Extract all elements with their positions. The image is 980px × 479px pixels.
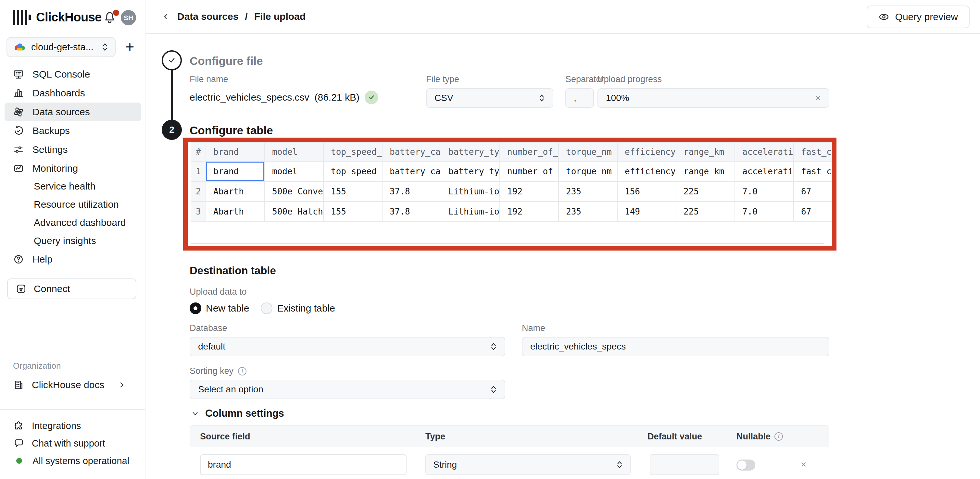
service-selector[interactable]: cloud-get-sta...	[6, 37, 116, 57]
table-cell[interactable]: 225	[676, 202, 735, 222]
select-chevrons-icon	[490, 385, 497, 394]
chevron-right-icon	[118, 381, 126, 389]
select-chevrons-icon	[616, 460, 623, 469]
table-cell[interactable]: 37.8	[382, 202, 441, 222]
sidebar-subnav: Service health Resource utilization Adva…	[0, 177, 145, 250]
table-cell[interactable]: battery_ty…	[441, 162, 500, 182]
sorting-key-label: Sorting key	[189, 366, 234, 376]
table-cell[interactable]: 7.0	[735, 182, 794, 202]
type-select[interactable]: String	[425, 454, 631, 475]
table-cell[interactable]: 192	[500, 182, 559, 202]
column-settings-toggle[interactable]: Column settings	[191, 408, 284, 419]
column-settings-header: Source field Type Default value Nullable…	[190, 426, 829, 447]
sidebar-item-sql-console[interactable]: SQL Console	[5, 65, 141, 84]
table-cell[interactable]: Lithium-ion	[441, 202, 500, 222]
sidebar-item-backups[interactable]: Backups	[5, 121, 141, 140]
table-cell[interactable]: Abarth	[206, 202, 265, 222]
table-cell[interactable]: accelerati…	[735, 162, 794, 182]
nullable-info-icon[interactable]: i	[775, 432, 783, 441]
table-cell[interactable]: 155	[324, 202, 382, 222]
query-preview-button[interactable]: Query preview	[867, 6, 970, 28]
file-type-select[interactable]: CSV	[426, 88, 553, 108]
status-label: All systems operational	[32, 456, 129, 466]
horizontal-scrollbar[interactable]	[191, 243, 824, 244]
sorting-key-info-icon[interactable]: i	[238, 367, 247, 376]
table-cell[interactable]: top_speed_…	[324, 162, 382, 182]
sidebar-item-label: Advanced dashboard	[34, 217, 126, 228]
existing-table-radio[interactable]	[261, 303, 272, 314]
table-cell[interactable]: Abarth	[206, 182, 265, 202]
default-value-input[interactable]	[650, 454, 719, 475]
system-status[interactable]: All systems operational	[0, 452, 145, 469]
database-select[interactable]: default	[189, 337, 505, 356]
sidebar-item-clickhouse-docs[interactable]: ClickHouse docs	[0, 376, 145, 394]
table-cell[interactable]: battery_ca…	[382, 162, 441, 182]
table-cell[interactable]: 235	[559, 202, 617, 222]
preview-table-header: #brandmodeltop_speed_…battery_ca…battery…	[191, 142, 832, 162]
upload-progress-field[interactable]: 100% ×	[598, 88, 829, 108]
sidebar-item-dashboards[interactable]: Dashboards	[5, 84, 141, 103]
sidebar-item-query-insights[interactable]: Query insights	[0, 232, 145, 250]
table-cell[interactable]: 67	[794, 182, 832, 202]
sidebar-item-resource-utilization[interactable]: Resource utilization	[0, 195, 145, 214]
app-title: ClickHouse	[36, 10, 102, 24]
table-cell[interactable]: 155	[324, 182, 382, 202]
step-1-indicator	[162, 50, 182, 70]
sidebar-item-help[interactable]: Help	[5, 250, 141, 269]
table-cell[interactable]: torque_nm	[559, 162, 617, 182]
table-cell[interactable]: 156	[617, 182, 676, 202]
clickhouse-logo-icon	[13, 10, 31, 25]
sidebar-item-integrations[interactable]: Integrations	[0, 417, 145, 435]
table-cell[interactable]: range_km	[676, 162, 735, 182]
notifications-bell-icon[interactable]	[103, 11, 118, 25]
connect-label: Connect	[34, 283, 70, 294]
table-cell[interactable]: 225	[676, 182, 735, 202]
table-name-input[interactable]: electric_vehicles_specs	[522, 337, 829, 356]
integrations-puzzle-icon	[14, 420, 24, 431]
new-table-radio[interactable]	[189, 303, 201, 314]
data-sources-icon	[13, 106, 24, 117]
back-chevron-icon[interactable]: ‹	[164, 9, 168, 23]
remove-column-icon[interactable]: ×	[801, 459, 807, 470]
column-header: efficiency…	[617, 142, 676, 162]
table-cell[interactable]: 37.8	[382, 182, 441, 202]
add-service-button[interactable]: +	[121, 38, 138, 55]
sidebar-item-service-health[interactable]: Service health	[0, 177, 145, 195]
table-cell[interactable]: 235	[559, 182, 617, 202]
sidebar-item-label: Monitoring	[32, 163, 78, 174]
table-cell[interactable]: 192	[500, 202, 559, 222]
column-header: brand	[206, 142, 265, 162]
breadcrumb-parent[interactable]: Data sources	[177, 11, 239, 22]
table-cell[interactable]: efficiency…	[617, 162, 676, 182]
nullable-toggle[interactable]	[737, 460, 755, 471]
separator-input[interactable]: ,	[565, 88, 594, 108]
step-2-indicator: 2	[162, 120, 182, 140]
sidebar-item-advanced-dashboard[interactable]: Advanced dashboard	[0, 214, 145, 232]
destination-table-title: Destination table	[189, 265, 276, 277]
clear-progress-icon[interactable]: ×	[815, 92, 821, 103]
sidebar-item-settings[interactable]: Settings	[5, 140, 141, 159]
sorting-key-select[interactable]: Select an option	[189, 380, 505, 399]
table-cell[interactable]: Lithium-ion	[441, 182, 500, 202]
connect-button[interactable]: Connect	[7, 278, 136, 299]
table-cell[interactable]: 500e Hatch…	[265, 202, 324, 222]
table-cell[interactable]: number_of_…	[500, 162, 559, 182]
file-name-label: File name	[189, 74, 228, 84]
sidebar-item-chat-support[interactable]: Chat with support	[0, 435, 145, 452]
table-cell[interactable]: brand	[206, 162, 265, 182]
table-cell[interactable]: 500e Conve…	[265, 182, 324, 202]
row-number: 2	[191, 182, 206, 202]
sidebar-item-label: ClickHouse docs	[32, 379, 104, 390]
table-cell[interactable]: 67	[794, 202, 832, 222]
breadcrumb-separator: /	[245, 11, 247, 22]
select-chevrons-icon	[490, 342, 497, 351]
source-field-input[interactable]: brand	[200, 454, 407, 475]
table-cell[interactable]: fast_cha	[794, 162, 832, 182]
sidebar-item-data-sources[interactable]: Data sources	[5, 103, 141, 121]
column-header: accelerati…	[735, 142, 794, 162]
sidebar-item-monitoring[interactable]: Monitoring	[5, 159, 141, 178]
table-cell[interactable]: 7.0	[735, 202, 794, 222]
table-cell[interactable]: 149	[617, 202, 676, 222]
avatar[interactable]: SH	[121, 10, 136, 25]
table-cell[interactable]: model	[265, 162, 324, 182]
